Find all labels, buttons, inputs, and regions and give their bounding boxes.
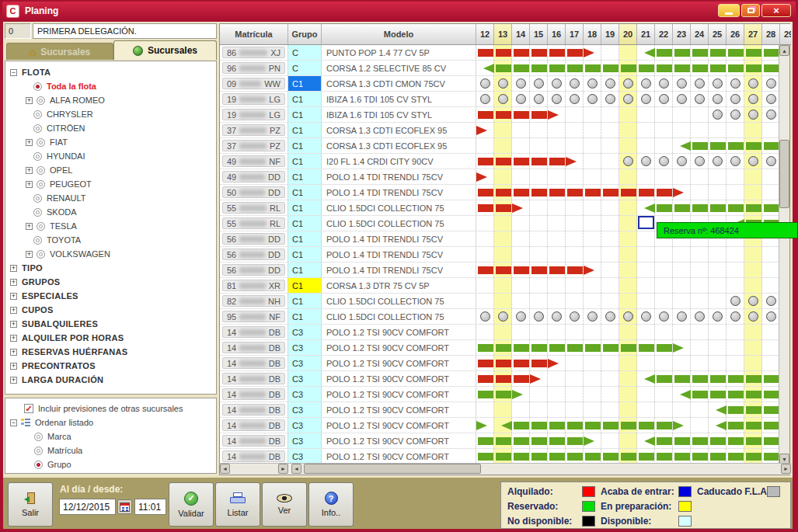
gantt-day-cell[interactable] (494, 402, 512, 417)
gantt-day-cell[interactable] (727, 356, 744, 370)
group-cell[interactable]: C1 (288, 123, 322, 137)
reservation-bar[interactable] (710, 375, 726, 383)
gantt-day-cell[interactable] (691, 107, 709, 122)
gantt-day-cell[interactable] (601, 154, 619, 169)
gantt-day-cell[interactable] (727, 123, 744, 137)
gantt-day-cell[interactable] (601, 123, 619, 137)
gantt-day-cell[interactable] (601, 216, 619, 231)
gantt-day-cell[interactable] (709, 123, 727, 137)
gantt-day-cell[interactable] (619, 123, 637, 137)
gantt-day-cell[interactable] (727, 325, 744, 339)
radio-icon[interactable] (33, 152, 42, 161)
gantt-day-cell[interactable] (619, 200, 637, 215)
gantt-day-cell[interactable] (584, 278, 601, 293)
gantt-day-cell[interactable] (673, 247, 691, 262)
reservation-bar[interactable] (710, 437, 726, 445)
rental-bar[interactable] (531, 266, 547, 274)
tree-section-larga-duraci-n[interactable]: +LARGA DURACIÓN (5, 373, 216, 387)
radio-icon[interactable] (37, 180, 45, 189)
gantt-day-cell[interactable] (601, 371, 619, 386)
group-cell[interactable]: C3 (288, 340, 322, 355)
gantt-day-cell[interactable] (512, 169, 530, 184)
gantt-day-cell[interactable] (566, 387, 584, 402)
gantt-day-cell[interactable] (530, 387, 548, 402)
gantt-day-cell[interactable] (601, 200, 619, 215)
reservation-bar[interactable] (657, 453, 672, 461)
reservation-bar[interactable] (692, 453, 708, 461)
reservation-bar[interactable] (728, 406, 744, 414)
validate-button[interactable]: ✓ Validar (169, 482, 214, 527)
reservation-bar[interactable] (764, 49, 779, 57)
gantt-day-cell[interactable] (512, 216, 530, 231)
expand-icon[interactable]: + (10, 321, 17, 328)
reservation-bar[interactable] (657, 204, 672, 212)
gantt-day-cell[interactable] (476, 325, 494, 339)
rental-bar[interactable] (478, 111, 493, 119)
availability-circle[interactable] (766, 296, 776, 306)
table-row[interactable]: 14DBC3POLO 1.2 TSI 90CV COMFORT (220, 387, 789, 402)
gantt-day-cell[interactable] (637, 247, 655, 262)
reservation-bar[interactable] (621, 453, 636, 461)
gantt-day-cell[interactable] (494, 278, 512, 293)
gantt-day-cell[interactable] (512, 294, 530, 308)
reservation-bar[interactable] (746, 64, 761, 72)
rental-bar-end-arrow[interactable] (673, 188, 684, 197)
gantt-day-cell[interactable] (601, 169, 619, 184)
tree-item-peugeot[interactable]: +PEUGEOT (5, 177, 216, 191)
gantt-day-cell[interactable] (566, 216, 584, 231)
gantt-day-cell[interactable] (566, 294, 584, 308)
tree-item-hyundai[interactable]: HYUNDAI (5, 149, 216, 163)
gantt-day-cell[interactable] (512, 278, 530, 293)
rental-bar-end-arrow[interactable] (548, 110, 559, 120)
group-cell[interactable]: C1 (288, 185, 322, 200)
reservation-bar[interactable] (764, 406, 779, 414)
availability-circle[interactable] (713, 311, 723, 322)
rental-bar[interactable] (585, 189, 601, 196)
reservation-bar[interactable] (728, 64, 744, 72)
reservation-bar[interactable] (549, 453, 565, 461)
rental-bar[interactable] (496, 360, 511, 367)
gantt-day-cell[interactable] (601, 107, 619, 122)
reservation-bar[interactable] (639, 453, 654, 461)
reservation-bar[interactable] (692, 64, 708, 72)
scroll-left-icon[interactable]: ◄ (220, 464, 230, 474)
reservation-bar[interactable] (728, 142, 744, 150)
tree-item-chrysler[interactable]: CHRYSLER (5, 107, 216, 121)
reservation-bar[interactable] (496, 453, 511, 461)
reservation-bar[interactable] (674, 453, 690, 461)
gantt-day-cell[interactable] (673, 169, 691, 184)
expand-icon[interactable]: + (26, 139, 33, 146)
group-cell[interactable]: C3 (288, 356, 322, 370)
rental-bar[interactable] (496, 158, 511, 165)
rental-bar[interactable] (496, 189, 511, 196)
reservation-bar[interactable] (496, 437, 511, 445)
reservation-bar[interactable] (764, 437, 779, 445)
availability-circle[interactable] (623, 78, 633, 89)
group-cell[interactable]: C1 (288, 278, 322, 293)
gantt-day-cell[interactable] (744, 185, 762, 200)
gantt-day-cell[interactable] (762, 169, 780, 184)
group-cell[interactable]: C1 (288, 76, 322, 91)
radio-icon[interactable] (33, 208, 42, 217)
gantt-day-cell[interactable] (762, 123, 780, 137)
availability-circle[interactable] (748, 78, 758, 89)
reservation-bar[interactable] (514, 64, 529, 72)
gantt-day-cell[interactable] (494, 231, 512, 246)
gantt-day-cell[interactable] (762, 325, 780, 339)
radio-icon[interactable] (37, 222, 45, 231)
gantt-day-cell[interactable] (548, 231, 566, 246)
gantt-day-cell[interactable] (637, 387, 655, 402)
availability-circle[interactable] (748, 311, 758, 322)
availability-circle[interactable] (534, 94, 544, 104)
gantt-day-cell[interactable] (512, 123, 530, 137)
gantt-day-cell[interactable] (709, 169, 727, 184)
availability-circle[interactable] (659, 78, 669, 89)
tree-section-especiales[interactable]: +ESPECIALES (5, 289, 216, 303)
gantt-day-cell[interactable] (762, 356, 780, 370)
table-row[interactable]: 56DDC1POLO 1.4 TDI TRENDLI 75CV (220, 263, 789, 278)
group-cell[interactable]: C (288, 61, 322, 75)
gantt-day-cell[interactable] (673, 356, 691, 370)
reservation-bar[interactable] (567, 64, 583, 72)
gantt-day-cell[interactable] (744, 123, 762, 137)
gantt-day-cell[interactable] (601, 325, 619, 339)
